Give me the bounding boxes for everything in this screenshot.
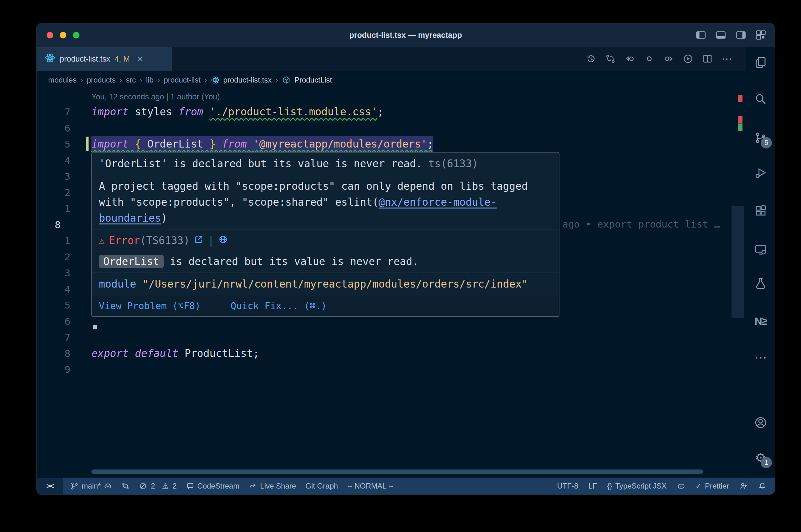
layout-sidebar-left-icon[interactable] bbox=[695, 30, 707, 41]
language-status[interactable]: {} TypeScript JSX bbox=[607, 482, 667, 490]
line-number[interactable]: 7 bbox=[37, 329, 70, 346]
line-number[interactable]: 5 bbox=[37, 136, 70, 153]
chevron-right-icon: › bbox=[140, 75, 142, 85]
layout-sidebar-right-icon[interactable] bbox=[735, 30, 747, 41]
breadcrumb-item[interactable]: modules bbox=[48, 76, 77, 84]
declaration-message: is declared but its value is never read. bbox=[164, 255, 419, 268]
line-number[interactable]: 6 bbox=[37, 314, 70, 330]
line-number[interactable]: 3 bbox=[37, 169, 70, 185]
line-number[interactable]: 7 bbox=[37, 104, 70, 120]
symbol-cube-icon bbox=[282, 76, 291, 84]
line-number[interactable]: 6 bbox=[37, 120, 70, 137]
codestream-status[interactable]: CodeStream bbox=[186, 482, 240, 490]
minimize-window-button[interactable] bbox=[60, 32, 66, 38]
chevron-right-icon: › bbox=[119, 75, 122, 85]
line-number[interactable]: 8 bbox=[55, 217, 70, 233]
line-number[interactable]: 2 bbox=[37, 185, 70, 201]
react-icon bbox=[211, 76, 220, 84]
nx-console-icon[interactable]: N≥ bbox=[746, 312, 775, 330]
code-line[interactable]: 8export default ProductList; bbox=[37, 345, 747, 362]
peek-back-icon[interactable] bbox=[624, 54, 635, 64]
problems-status[interactable]: 2 ⚠ 2 bbox=[139, 482, 177, 490]
breadcrumb-symbol[interactable]: ProductList bbox=[294, 76, 332, 84]
quick-fix-link[interactable]: Quick Fix... (⌘.) bbox=[231, 298, 327, 314]
tab-product-list[interactable]: product-list.tsx 4, M × bbox=[37, 47, 172, 71]
settings-gear-icon[interactable]: ⚙ 1 bbox=[746, 448, 775, 467]
tab-close-icon[interactable]: × bbox=[138, 53, 143, 65]
notifications-bell-icon[interactable] bbox=[758, 482, 767, 490]
references-icon[interactable] bbox=[644, 54, 655, 64]
copilot-status-icon[interactable] bbox=[677, 482, 686, 490]
compare-changes-icon[interactable] bbox=[605, 54, 616, 64]
tooltip-resize-grip[interactable] bbox=[93, 325, 97, 329]
compare-status-icon[interactable] bbox=[122, 482, 129, 490]
horizontal-scrollbar[interactable] bbox=[91, 470, 703, 474]
react-icon bbox=[45, 53, 55, 65]
explorer-icon[interactable] bbox=[746, 53, 775, 72]
account-icon[interactable] bbox=[746, 413, 775, 432]
git-graph-status[interactable]: Git Graph bbox=[305, 482, 338, 490]
zoom-window-button[interactable] bbox=[73, 32, 79, 38]
eol-status[interactable]: LF bbox=[588, 482, 597, 490]
line-number[interactable]: 4 bbox=[37, 281, 70, 298]
code-line[interactable]: 6 bbox=[37, 120, 747, 136]
branch-status[interactable]: main* bbox=[70, 482, 112, 490]
line-number[interactable]: 1 bbox=[37, 201, 70, 217]
layout-panel-icon[interactable] bbox=[715, 30, 727, 41]
source-control-icon[interactable]: 5 bbox=[746, 129, 775, 147]
code-line[interactable]: 9 bbox=[37, 361, 747, 378]
code-line[interactable]: 7import styles from './product-list.modu… bbox=[37, 104, 747, 120]
traffic-lights bbox=[37, 32, 79, 38]
ts-error-code: ts(6133) bbox=[429, 157, 478, 170]
customize-layout-icon[interactable] bbox=[755, 30, 767, 41]
code-line[interactable]: 7 bbox=[37, 329, 747, 345]
scm-badge: 5 bbox=[761, 137, 772, 149]
feedback-icon[interactable] bbox=[739, 482, 748, 490]
split-editor-icon[interactable] bbox=[702, 54, 713, 64]
line-number[interactable]: 4 bbox=[37, 153, 70, 169]
globe-icon[interactable] bbox=[218, 232, 228, 248]
error-count: 2 bbox=[151, 482, 155, 490]
line-number[interactable]: 8 bbox=[37, 346, 70, 362]
sync-cloud-icon bbox=[104, 482, 112, 490]
code-text: import styles from './product-list.modul… bbox=[91, 104, 384, 120]
testing-icon[interactable] bbox=[746, 274, 775, 293]
line-number[interactable]: 3 bbox=[37, 265, 70, 281]
chevron-right-icon: › bbox=[275, 75, 278, 85]
breadcrumb-item[interactable]: products bbox=[87, 76, 115, 84]
line-number[interactable]: 1 bbox=[37, 233, 70, 249]
line-number[interactable]: 9 bbox=[37, 362, 70, 378]
open-external-icon[interactable] bbox=[194, 232, 203, 248]
titlebar: product-list.tsx — myreactapp bbox=[37, 23, 775, 47]
vscode-window: product-list.tsx — myreactapp product-li… bbox=[36, 23, 775, 495]
remote-explorer-icon[interactable] bbox=[746, 240, 775, 259]
chevron-right-icon: › bbox=[158, 75, 160, 85]
remote-indicator[interactable]: >< bbox=[37, 478, 63, 494]
breadcrumb-file[interactable]: product-list.tsx bbox=[223, 76, 272, 84]
error-hover-tooltip: 'OrderList' is declared but its value is… bbox=[91, 152, 560, 317]
extensions-icon[interactable] bbox=[746, 201, 775, 220]
gitlens-codelens[interactable]: You, 12 seconds ago | 1 author (You) bbox=[91, 89, 220, 104]
line-number[interactable]: 5 bbox=[37, 297, 70, 314]
search-icon[interactable] bbox=[746, 90, 775, 109]
peek-forward-icon[interactable] bbox=[663, 54, 674, 64]
tab-modified-badge: 4, M bbox=[114, 54, 130, 63]
vertical-scrollbar[interactable] bbox=[731, 206, 744, 318]
close-window-button[interactable] bbox=[47, 32, 53, 38]
tab-bar: product-list.tsx 4, M × ⋯ bbox=[37, 47, 747, 71]
code-line[interactable]: 5import { OrderList } from '@myreactapp/… bbox=[37, 136, 747, 152]
breadcrumb-item[interactable]: src bbox=[126, 76, 136, 84]
breadcrumb-item[interactable]: product-list bbox=[164, 76, 200, 84]
timeline-icon[interactable] bbox=[586, 54, 596, 64]
view-problem-link[interactable]: View Problem (⌥F8) bbox=[99, 298, 201, 314]
more-actions-icon[interactable]: ⋯ bbox=[722, 53, 732, 65]
encoding-status[interactable]: UTF-8 bbox=[557, 482, 578, 490]
more-views-icon[interactable]: ⋯ bbox=[746, 348, 775, 367]
breadcrumb-item[interactable]: lib bbox=[146, 76, 153, 84]
prettier-status[interactable]: ✓ Prettier bbox=[695, 482, 729, 490]
run-file-icon[interactable] bbox=[683, 54, 693, 64]
run-debug-icon[interactable] bbox=[746, 164, 775, 182]
screen: product-list.tsx — myreactapp product-li… bbox=[0, 0, 801, 532]
line-number[interactable]: 2 bbox=[37, 249, 70, 265]
live-share-status[interactable]: Live Share bbox=[249, 482, 296, 490]
